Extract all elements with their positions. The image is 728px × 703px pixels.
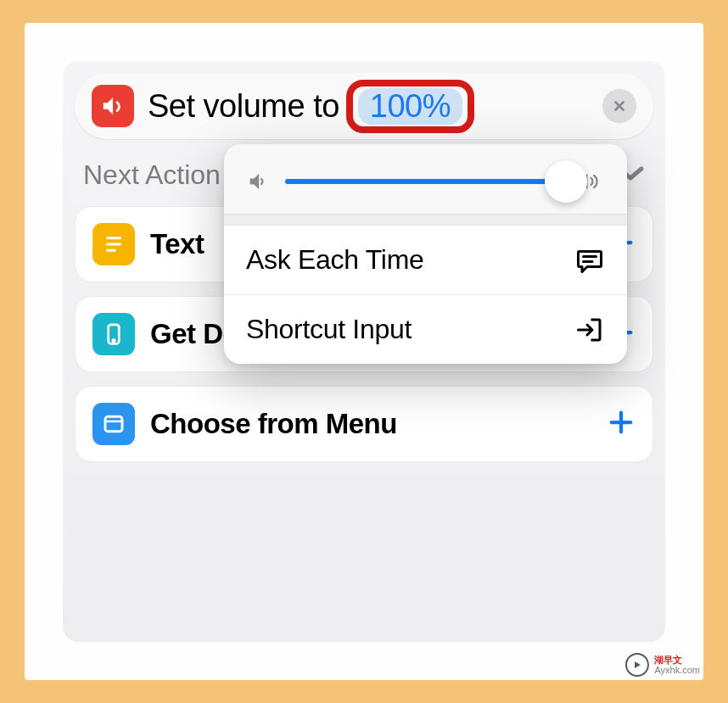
svg-rect-6 (105, 421, 122, 423)
action-label: Set volume to (148, 88, 339, 125)
add-button[interactable] (607, 408, 636, 440)
slider-fill (285, 179, 561, 184)
slider-thumb[interactable] (545, 160, 587, 203)
menu-label: Ask Each Time (246, 244, 424, 276)
volume-low-icon (246, 170, 270, 193)
svg-rect-5 (105, 416, 122, 432)
play-icon (625, 653, 649, 677)
watermark: 湖早文 Ayxhk.com (625, 653, 700, 677)
menu-label: Shortcut Input (246, 314, 412, 345)
suggestion-title: Text (150, 228, 204, 260)
text-icon (92, 223, 135, 265)
plus-icon (607, 408, 636, 437)
svg-point-4 (113, 339, 115, 342)
popover-divider (224, 214, 627, 226)
volume-slider-row (224, 144, 627, 214)
menu-icon (92, 403, 135, 445)
svg-rect-0 (106, 237, 121, 239)
menu-ask-each-time[interactable]: Ask Each Time (224, 226, 627, 295)
volume-popover: Ask Each Time Shortcut Input (224, 144, 627, 364)
input-icon (574, 315, 605, 345)
volume-slider[interactable] (285, 179, 561, 184)
set-volume-action[interactable]: Set volume to 100% (75, 73, 653, 139)
svg-rect-1 (106, 243, 121, 246)
device-icon (92, 313, 135, 355)
suggestion-title: Choose from Menu (150, 408, 397, 440)
close-button[interactable] (602, 89, 636, 123)
svg-rect-2 (106, 249, 115, 252)
close-icon (612, 98, 627, 114)
popover-menu: Ask Each Time Shortcut Input (224, 226, 627, 364)
volume-value-token[interactable]: 100% (358, 88, 462, 125)
outer-card: Set volume to 100% Next Action Suggestio… (25, 23, 703, 680)
menu-shortcut-input[interactable]: Shortcut Input (224, 295, 627, 364)
volume-value-highlight: 100% (346, 80, 474, 133)
shortcuts-panel: Set volume to 100% Next Action Suggestio… (63, 61, 665, 642)
suggestion-choose-menu[interactable]: Choose from Menu (75, 386, 653, 462)
speech-bubble-icon (574, 245, 605, 276)
sound-icon (92, 85, 134, 127)
